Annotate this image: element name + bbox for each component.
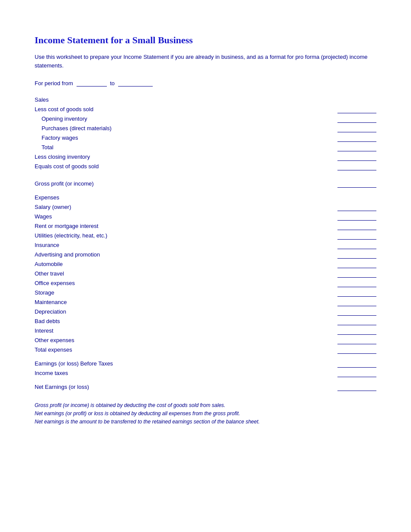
total-label: Total [35, 144, 53, 151]
rent-input[interactable] [337, 223, 376, 230]
bad-debts-label: Bad debts [35, 317, 60, 325]
other-expenses-input[interactable] [337, 337, 376, 344]
interest-label: Interest [35, 327, 53, 335]
period-blank1 [77, 86, 107, 87]
total-expenses-label: Total expenses [35, 346, 72, 354]
utilities-input[interactable] [337, 233, 376, 240]
earnings-before-taxes-input[interactable] [337, 361, 376, 368]
total-expenses-input[interactable] [337, 347, 376, 354]
insurance-input[interactable] [337, 242, 376, 249]
earnings-before-taxes-label: Earnings (or loss) Before Taxes [35, 360, 113, 368]
office-expenses-input[interactable] [337, 280, 376, 287]
wages-input[interactable] [337, 214, 376, 221]
opening-inventory-label: Opening inventory [35, 115, 87, 123]
other-travel-label: Other travel [35, 270, 64, 278]
advertising-input[interactable] [337, 252, 376, 259]
utilities-label: Utilities (electricity, heat, etc.) [35, 232, 107, 240]
footnotes: Gross profit (or income) is obtained by … [35, 401, 376, 426]
office-expenses-label: Office expenses [35, 279, 75, 287]
expenses-header: Expenses [35, 194, 59, 202]
total-input[interactable] [337, 144, 376, 151]
footnote-3: Net earnings is the amount to be transfe… [35, 418, 376, 426]
insurance-label: Insurance [35, 241, 59, 249]
bad-debts-input[interactable] [337, 318, 376, 325]
footnote-1: Gross profit (or income) is obtained by … [35, 401, 376, 410]
maintenance-label: Maintenance [35, 298, 67, 306]
less-cost-input[interactable] [337, 106, 376, 113]
automobile-input[interactable] [337, 261, 376, 268]
maintenance-input[interactable] [337, 299, 376, 306]
wages-label: Wages [35, 213, 52, 221]
equals-cost-input[interactable] [337, 163, 376, 170]
automobile-label: Automobile [35, 260, 63, 268]
other-expenses-label: Other expenses [35, 337, 74, 344]
interest-input[interactable] [337, 328, 376, 335]
depreciation-label: Depreciation [35, 308, 66, 316]
less-closing-label: Less closing inventory [35, 153, 90, 161]
purchases-label: Purchases (direct materials) [35, 125, 112, 132]
depreciation-input[interactable] [337, 309, 376, 316]
gross-profit-label: Gross profit (or income) [35, 180, 94, 188]
footnote-2: Net earnings (or profit) or loss is obta… [35, 410, 376, 418]
advertising-label: Advertising and promotion [35, 251, 100, 259]
period-label: For period from [35, 80, 73, 87]
period-line: For period from to [35, 80, 376, 87]
gross-profit-input[interactable] [337, 181, 376, 188]
salary-owner-input[interactable] [337, 204, 376, 211]
salary-owner-label: Salary (owner) [35, 203, 71, 211]
factory-wages-label: Factory wages [35, 134, 78, 142]
rent-label: Rent or mortgage interest [35, 222, 98, 230]
storage-label: Storage [35, 289, 55, 297]
period-to: to [110, 80, 115, 87]
description: Use this worksheet to prepare your Incom… [35, 53, 376, 70]
net-earnings-label: Net Earnings (or loss) [35, 383, 89, 391]
page-title: Income Statement for a Small Business [35, 35, 376, 46]
net-earnings-input[interactable] [337, 384, 376, 391]
period-blank2 [118, 86, 153, 87]
opening-inventory-input[interactable] [337, 116, 376, 123]
income-taxes-label: Income taxes [35, 369, 68, 377]
less-cost-label: Less cost of goods sold [35, 106, 93, 113]
other-travel-input[interactable] [337, 271, 376, 278]
less-closing-input[interactable] [337, 154, 376, 161]
storage-input[interactable] [337, 290, 376, 297]
purchases-input[interactable] [337, 125, 376, 132]
factory-wages-input[interactable] [337, 135, 376, 142]
income-taxes-input[interactable] [337, 370, 376, 377]
sales-label: Sales [35, 96, 49, 104]
equals-cost-label: Equals cost of goods sold [35, 163, 99, 170]
